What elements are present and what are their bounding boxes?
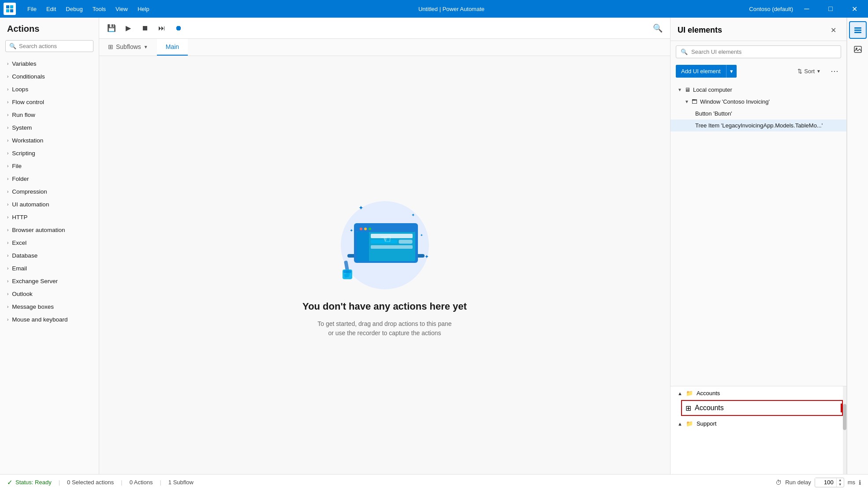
action-item-folder[interactable]: › Folder <box>0 172 99 185</box>
action-label: Workstation <box>12 137 43 144</box>
action-item-email[interactable]: › Email <box>0 262 99 275</box>
search-ui-elements-box[interactable]: 🔍 <box>676 45 841 58</box>
svg-rect-21 <box>399 240 412 243</box>
main-tab-label: Main <box>166 43 179 50</box>
search-icon: 🔍 <box>681 49 688 55</box>
minimize-button[interactable]: ─ <box>797 0 817 18</box>
action-item-message-boxes[interactable]: › Message boxes <box>0 300 99 313</box>
accounts-folder-item[interactable]: ▲ 📁 Accounts <box>671 386 846 400</box>
selected-actions-count: 0 Selected actions <box>67 479 114 486</box>
tree-item-window[interactable]: ▼ 🗔 Window 'Contoso Invoicing' <box>671 96 846 108</box>
sort-label: Sort <box>804 68 815 75</box>
run-delay-input[interactable] <box>815 478 836 486</box>
menu-edit[interactable]: Edit <box>42 4 60 14</box>
action-item-variables[interactable]: › Variables <box>0 57 99 70</box>
action-item-ui-automation[interactable]: › UI automation <box>0 198 99 211</box>
next-button[interactable]: ⏭ <box>155 21 169 35</box>
action-item-file[interactable]: › File <box>0 160 99 172</box>
ui-elements-rail-button[interactable] <box>849 21 867 39</box>
run-delay-box: ⏱ Run delay ▲ ▼ ms ℹ <box>775 478 861 487</box>
action-label: Flow control <box>12 99 44 105</box>
action-label: System <box>12 124 32 131</box>
scrollbar-thumb[interactable] <box>843 404 846 430</box>
maximize-button[interactable]: □ <box>820 0 841 18</box>
action-item-run-flow[interactable]: › Run flow <box>0 108 99 121</box>
window-title: Untitled | Power Automate <box>157 6 746 12</box>
action-item-compression[interactable]: › Compression <box>0 185 99 198</box>
delay-down-button[interactable]: ▼ <box>837 483 844 487</box>
add-ui-element-button[interactable]: Add UI element <box>676 65 726 78</box>
menu-file[interactable]: File <box>23 4 41 14</box>
action-item-mouse-keyboard[interactable]: › Mouse and keyboard <box>0 313 99 326</box>
action-label: Loops <box>12 86 28 93</box>
images-rail-button[interactable] <box>849 41 867 58</box>
scrollbar-track <box>843 386 846 474</box>
search-button[interactable]: 🔍 <box>651 21 665 35</box>
close-button[interactable]: ✕ <box>844 0 864 18</box>
support-folder-item[interactable]: ▲ 📁 Support <box>671 417 846 430</box>
app-body: Actions 🔍 › Variables › Conditionals › L… <box>0 18 868 490</box>
action-label: Mouse and keyboard <box>12 316 67 323</box>
action-label: HTTP <box>12 214 27 221</box>
stop-button[interactable]: ⏹ <box>138 21 152 35</box>
action-item-excel[interactable]: › Excel <box>0 236 99 249</box>
computer-icon: 🖥 <box>685 86 690 93</box>
action-item-http[interactable]: › HTTP <box>0 211 99 224</box>
expand-icon: ▼ <box>685 99 689 104</box>
status-divider-3: | <box>160 479 161 486</box>
action-item-system[interactable]: › System <box>0 121 99 134</box>
icon-rail <box>847 18 868 474</box>
svg-rect-3 <box>10 9 13 12</box>
action-item-workstation[interactable]: › Workstation <box>0 134 99 147</box>
save-button[interactable]: 💾 <box>104 21 119 35</box>
action-item-flow-control[interactable]: › Flow control <box>0 96 99 108</box>
sort-button[interactable]: ⇅ Sort ▼ <box>794 66 824 77</box>
menu-help[interactable]: Help <box>133 4 154 14</box>
canvas-empty-subtitle: To get started, drag and drop actions to… <box>317 319 451 338</box>
search-icon: 🔍 <box>9 43 16 49</box>
action-item-browser-automation[interactable]: › Browser automation <box>0 224 99 236</box>
action-item-loops[interactable]: › Loops <box>0 83 99 96</box>
status-divider-2: | <box>121 479 122 486</box>
action-item-exchange-server[interactable]: › Exchange Server <box>0 275 99 288</box>
accounts-item-label: Accounts <box>695 404 724 412</box>
action-item-conditionals[interactable]: › Conditionals <box>0 70 99 83</box>
menu-tools[interactable]: Tools <box>88 4 110 14</box>
action-label: Folder <box>12 176 29 182</box>
action-label: Conditionals <box>12 73 45 80</box>
ui-elements-tree: ▼ 🖥 Local computer ▼ 🗔 Window 'Contoso I… <box>671 82 846 386</box>
menu-debug[interactable]: Debug <box>61 4 87 14</box>
tab-subflows[interactable]: ⊞ Subflows ▼ <box>99 39 157 56</box>
action-label: File <box>12 163 22 169</box>
tree-item-button[interactable]: Button 'Button' <box>671 108 846 120</box>
svg-text:✦: ✦ <box>425 254 429 260</box>
search-actions-box[interactable]: 🔍 <box>5 40 93 52</box>
accounts-folder-label: Accounts <box>697 390 720 396</box>
action-item-outlook[interactable]: › Outlook <box>0 288 99 300</box>
search-actions-input[interactable] <box>19 43 89 49</box>
add-ui-element-dropdown[interactable]: ▾ <box>726 65 737 78</box>
titlebar-right: Contoso (default) ─ □ ✕ <box>745 0 868 18</box>
tree-item-local-computer[interactable]: ▼ 🖥 Local computer <box>671 84 846 96</box>
actions-title: Actions <box>0 18 99 37</box>
actions-panel: Actions 🔍 › Variables › Conditionals › L… <box>0 18 99 474</box>
action-item-scripting[interactable]: › Scripting <box>0 147 99 160</box>
run-button[interactable]: ▶ <box>121 21 135 35</box>
status-ready: ✓ Status: Ready <box>7 479 52 486</box>
tree-item-legacy[interactable]: Tree Item 'LegacyInvoicingApp.Models.Tab… <box>671 120 846 131</box>
search-ui-elements-input[interactable] <box>691 49 836 55</box>
accounts-item[interactable]: ⊞ Accounts <box>681 400 843 416</box>
action-label: Run flow <box>12 112 35 118</box>
delay-up-button[interactable]: ▲ <box>837 478 844 483</box>
ui-elements-panel: UI elements ✕ 🔍 Add UI element ▾ ⇅ Sort … <box>671 18 847 474</box>
chevron-icon: › <box>7 138 8 143</box>
more-options-button[interactable]: ⋯ <box>828 64 841 78</box>
action-item-database[interactable]: › Database <box>0 249 99 262</box>
svg-rect-18 <box>371 234 413 238</box>
svg-text:☜: ☜ <box>380 232 391 246</box>
tab-main[interactable]: Main <box>157 39 188 56</box>
menu-view[interactable]: View <box>111 4 132 14</box>
record-button[interactable]: ⏺ <box>171 21 186 35</box>
tree-item-label: Button 'Button' <box>695 110 732 117</box>
close-ui-elements-button[interactable]: ✕ <box>827 24 839 36</box>
